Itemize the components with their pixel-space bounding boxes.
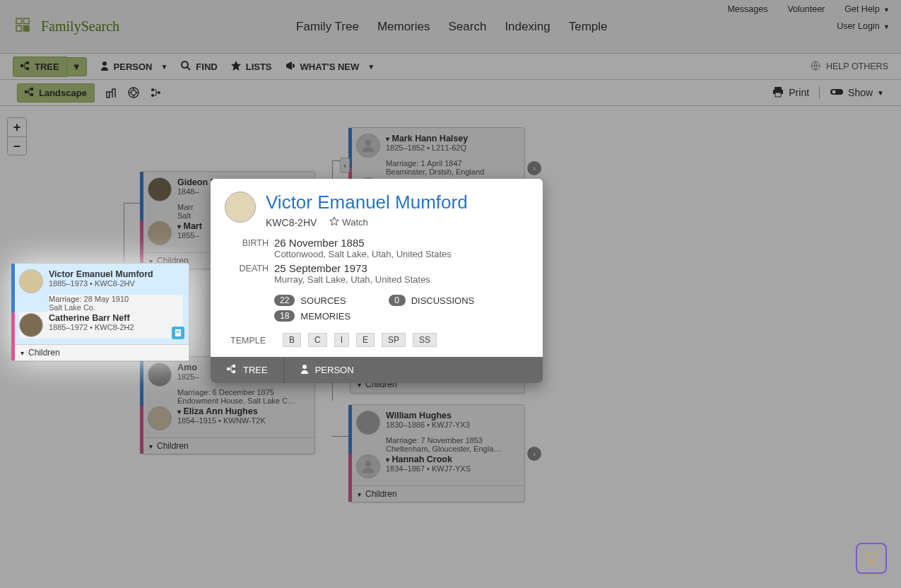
- birth-date: 26 November 1885: [274, 237, 529, 249]
- ordinance-box[interactable]: C: [308, 333, 327, 347]
- record-hint-icon[interactable]: [172, 327, 184, 339]
- brand-text: FamilySearch: [41, 18, 119, 35]
- nav-memories[interactable]: Memories: [377, 20, 430, 34]
- svg-rect-1: [24, 18, 30, 24]
- expand-button[interactable]: ›: [527, 161, 541, 175]
- tree-toolbar: TREE ▼ PERSON ▼ FIND LISTS WHAT'S NEW ▼ …: [0, 54, 901, 80]
- expand-button[interactable]: ›: [527, 447, 541, 461]
- children-toggle[interactable]: ▾Children: [351, 486, 524, 502]
- svg-point-23: [832, 90, 836, 93]
- virtual-pedigree-icon[interactable]: [150, 86, 163, 99]
- get-help-link[interactable]: Get Help ▼: [844, 4, 890, 14]
- messages-link[interactable]: Messages: [727, 4, 767, 14]
- svg-rect-13: [30, 93, 33, 96]
- person-icon: [300, 364, 310, 376]
- svg-rect-4: [20, 64, 23, 67]
- couple-card-grand2[interactable]: William Hughes 1830–1886 • KWJ7-YX3 Marr…: [350, 404, 525, 502]
- ordinance-box[interactable]: SS: [413, 333, 437, 347]
- svg-rect-6: [26, 67, 29, 70]
- person-button[interactable]: PERSON ▼: [100, 61, 168, 73]
- person-name[interactable]: ▾ Mark Hann Halsey: [386, 134, 468, 143]
- show-button[interactable]: Show ▼: [830, 86, 884, 100]
- avatar: [356, 134, 380, 158]
- lightbulb-icon: [863, 550, 880, 567]
- svg-rect-29: [177, 332, 180, 333]
- print-button[interactable]: Print: [772, 86, 809, 100]
- marriage-info: Marriage: 28 May 1910: [49, 295, 183, 303]
- connector-line: [332, 436, 350, 437]
- lists-button[interactable]: LISTS: [230, 60, 272, 74]
- svg-rect-12: [30, 88, 33, 90]
- sources-stat[interactable]: 22 SOURCES: [274, 295, 346, 306]
- children-toggle[interactable]: ▾Children: [13, 344, 189, 360]
- zoom-out-button[interactable]: –: [8, 136, 26, 155]
- help-others-link[interactable]: HELP OTHERS: [826, 61, 888, 71]
- spotlight-wrapper: Victor Emanuel Mumford 1885–1973 • KWC8-…: [13, 263, 189, 361]
- marriage-info: Marriage: 6 December 1875: [177, 388, 309, 396]
- find-button[interactable]: FIND: [180, 60, 217, 74]
- svg-rect-11: [25, 90, 28, 93]
- tree-button-group: TREE ▼: [13, 57, 87, 77]
- star-outline-icon: [329, 216, 339, 228]
- person-name[interactable]: Amo: [177, 363, 199, 372]
- person-name[interactable]: ▾ Mart: [177, 221, 202, 231]
- ordinance-box[interactable]: E: [356, 333, 375, 347]
- svg-rect-28: [177, 331, 180, 331]
- person-name[interactable]: Victor Emanuel Mumford: [49, 269, 153, 279]
- watch-button[interactable]: Watch: [329, 216, 367, 228]
- familysearch-logo-icon: [14, 16, 35, 37]
- settings-icon: [830, 86, 844, 100]
- tree-icon: [25, 87, 35, 99]
- svg-point-15: [131, 90, 136, 95]
- nav-family-tree[interactable]: Family Tree: [296, 20, 359, 34]
- children-toggle[interactable]: ▾Children: [142, 437, 314, 454]
- person-name[interactable]: ▾ Hannah Crook: [386, 454, 471, 464]
- landscape-button[interactable]: Landscape: [17, 83, 95, 102]
- user-login-link[interactable]: User Login ▼: [837, 21, 890, 31]
- avatar: [148, 363, 172, 387]
- memories-stat[interactable]: 18 MEMORIES: [274, 310, 351, 322]
- caret-down-icon: ▼: [883, 6, 890, 13]
- whats-new-button[interactable]: WHAT'S NEW ▼: [285, 60, 375, 74]
- volunteer-link[interactable]: Volunteer: [787, 4, 825, 14]
- logo[interactable]: FamilySearch: [14, 16, 119, 37]
- svg-rect-32: [232, 370, 235, 373]
- ordinance-box[interactable]: I: [334, 333, 349, 347]
- zoom-in-button[interactable]: +: [8, 118, 26, 136]
- svg-point-16: [151, 88, 154, 91]
- print-icon: [772, 86, 784, 100]
- person-name[interactable]: Catherine Barr Neff: [49, 313, 134, 323]
- nav-search[interactable]: Search: [449, 20, 487, 34]
- svg-rect-21: [775, 93, 781, 97]
- avatar: [356, 454, 380, 478]
- avatar: [148, 406, 172, 430]
- tree-dropdown-button[interactable]: ▼: [67, 57, 87, 76]
- svg-rect-3: [24, 25, 30, 31]
- popup-person-name[interactable]: Victor Emanuel Mumford: [266, 192, 529, 213]
- svg-rect-31: [232, 365, 235, 368]
- ordinance-box[interactable]: B: [283, 333, 301, 347]
- nav-indexing[interactable]: Indexing: [505, 20, 550, 34]
- hints-fab[interactable]: [856, 543, 887, 574]
- nav-temple[interactable]: Temple: [569, 20, 608, 34]
- fan-icon[interactable]: [105, 86, 117, 99]
- discussions-stat[interactable]: 0 DISCUSSIONS: [389, 295, 475, 306]
- couple-card-focus[interactable]: Victor Emanuel Mumford 1885–1973 • KWC8-…: [13, 263, 189, 361]
- popup-person-id: KWC8-2HV: [266, 217, 317, 228]
- ordinance-box[interactable]: SP: [382, 333, 406, 347]
- person-name[interactable]: William Hughes: [386, 411, 470, 421]
- popup-tree-button[interactable]: TREE: [211, 357, 283, 383]
- popup-person-button[interactable]: PERSON: [283, 357, 370, 383]
- marriage-place: Endowment House, Salt Lake C…: [177, 396, 309, 405]
- svg-point-26: [365, 461, 371, 467]
- tree-button[interactable]: TREE: [13, 57, 67, 77]
- avatar: [19, 313, 43, 337]
- person-name[interactable]: ▾ Eliza Ann Hughes: [177, 406, 266, 416]
- person-icon: [100, 61, 110, 73]
- svg-rect-19: [775, 87, 782, 90]
- divider: [819, 86, 820, 99]
- svg-point-33: [302, 365, 307, 369]
- svg-point-7: [102, 61, 107, 66]
- collapse-handle[interactable]: ‹: [340, 158, 350, 173]
- descendancy-icon[interactable]: [127, 86, 140, 99]
